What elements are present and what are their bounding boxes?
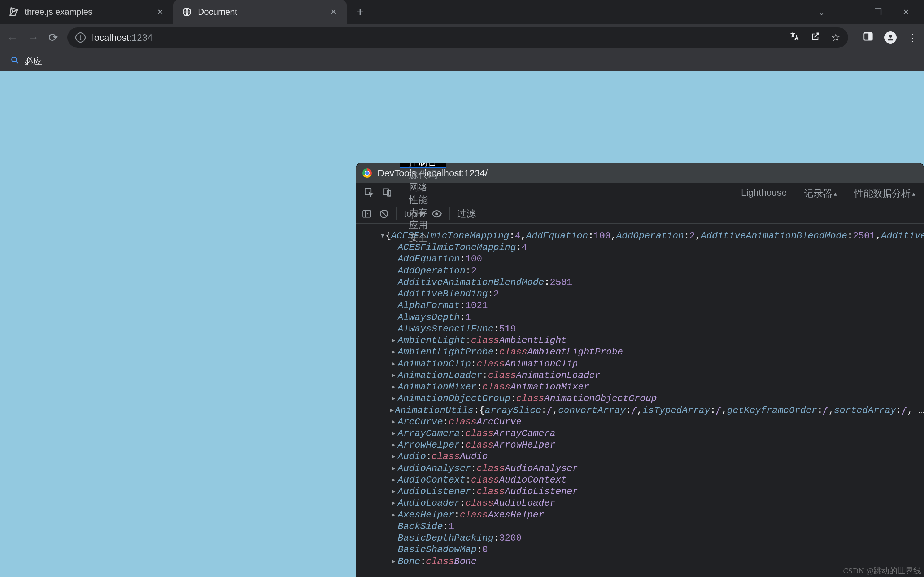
share-icon[interactable] xyxy=(810,31,821,44)
console-prop[interactable]: ▸AmbientLightProbe: class AmbientLightPr… xyxy=(361,346,919,358)
console-prop[interactable]: BasicDepthPacking: 3200 xyxy=(361,532,919,544)
close-icon[interactable]: ✕ xyxy=(902,7,909,17)
devtools-tab-7[interactable]: 安全 xyxy=(400,232,446,244)
console-prop[interactable]: ▸AnimationClip: class AnimationClip xyxy=(361,358,919,370)
back-button[interactable]: ← xyxy=(6,31,18,44)
reload-button[interactable]: ⟳ xyxy=(48,31,58,44)
console-prop[interactable]: ▸AnimationLoader: class AnimationLoader xyxy=(361,370,919,381)
console-prop[interactable]: AlwaysDepth: 1 xyxy=(361,311,919,323)
avatar[interactable] xyxy=(884,31,897,44)
clear-console-icon[interactable] xyxy=(379,209,389,219)
watermark: CSDN @跳动的世界线 xyxy=(843,566,921,576)
svg-rect-2 xyxy=(869,33,872,40)
filter-input[interactable] xyxy=(457,208,918,219)
console-prop[interactable]: AddOperation: 2 xyxy=(361,265,919,277)
devtools-tab-6[interactable]: 应用 xyxy=(400,219,446,232)
devtools-right-tab-0[interactable]: Lighthouse xyxy=(732,187,795,198)
tab-title: Document xyxy=(198,7,237,17)
console-prop[interactable]: ▸ArrayCamera: class ArrayCamera xyxy=(361,428,919,439)
inspect-icon[interactable] xyxy=(364,187,374,200)
console-prop[interactable]: ▸Bone: class Bone xyxy=(361,556,919,567)
console-prop[interactable]: ▸AudioLoader: class AudioLoader xyxy=(361,497,919,509)
tab-threejs[interactable]: three.js examples × xyxy=(0,0,173,24)
devtools-tab-4[interactable]: 性能 xyxy=(400,193,446,206)
minimize-icon[interactable]: — xyxy=(845,7,854,17)
console-prop[interactable]: ▸ArrowHelper: class ArrowHelper xyxy=(361,439,919,451)
device-toggle-icon[interactable] xyxy=(382,187,392,200)
devtools-window: DevTools - localhost:1234/ 元素控制台源代码网络性能内… xyxy=(356,163,924,577)
console-prop[interactable]: AdditiveBlending: 2 xyxy=(361,288,919,300)
console-prop[interactable]: ▸AmbientLight: class AmbientLight xyxy=(361,335,919,346)
browser-titlebar: three.js examples × Document × + ⌄ — ❐ ✕ xyxy=(0,0,924,24)
chrome-icon xyxy=(362,168,372,178)
devtools-right-tab-2[interactable]: 性能数据分析 xyxy=(846,187,924,200)
console-prop[interactable]: ▸ArcCurve: class ArcCurve xyxy=(361,416,919,428)
chevron-down-icon[interactable]: ⌄ xyxy=(818,7,825,17)
devtools-tab-1[interactable]: 控制台 xyxy=(400,163,446,168)
url-display: localhost:1234 xyxy=(92,32,153,43)
devtools-right-tab-1[interactable]: 记录器 xyxy=(795,187,846,200)
star-icon[interactable]: ☆ xyxy=(831,31,840,44)
console-prop[interactable]: ▸AxesHelper: class AxesHelper xyxy=(361,509,919,521)
devtools-tabs: 元素控制台源代码网络性能内存应用安全 Lighthouse记录器性能数据分析 xyxy=(356,183,924,204)
address-bar-row: ← → ⟳ i localhost:1234 ☆ ⋮ xyxy=(0,24,924,51)
side-panel-icon[interactable] xyxy=(863,31,874,44)
threejs-icon xyxy=(9,7,19,17)
console-prop[interactable]: ▸AudioAnalyser: class AudioAnalyser xyxy=(361,463,919,474)
console-prop[interactable]: AlwaysStencilFunc: 519 xyxy=(361,323,919,335)
maximize-icon[interactable]: ❐ xyxy=(874,7,882,17)
tab-title: three.js examples xyxy=(24,7,92,17)
console-prop[interactable]: AddEquation: 100 xyxy=(361,253,919,265)
tab-document[interactable]: Document × xyxy=(173,0,347,24)
menu-icon[interactable]: ⋮ xyxy=(908,32,918,44)
omnibox[interactable]: i localhost:1234 ☆ xyxy=(68,27,848,48)
site-info-icon[interactable]: i xyxy=(76,32,86,43)
console-prop[interactable]: ▸AnimationUtils: {arraySlice: ƒ, convert… xyxy=(361,405,919,416)
devtools-tab-2[interactable]: 源代码 xyxy=(400,168,446,181)
globe-icon xyxy=(182,7,192,17)
devtools-tab-3[interactable]: 网络 xyxy=(400,181,446,193)
console-prop[interactable]: ▸AudioListener: class AudioListener xyxy=(361,486,919,497)
svg-point-3 xyxy=(889,35,892,37)
bookmark-biying[interactable]: 必应 xyxy=(24,56,42,67)
console-prop[interactable]: AdditiveAnimationBlendMode: 2501 xyxy=(361,277,919,288)
translate-icon[interactable] xyxy=(789,31,800,44)
console-prop[interactable]: BackSide: 1 xyxy=(361,521,919,532)
devtools-tab-5[interactable]: 内存 xyxy=(400,206,446,219)
console-prop[interactable]: AlphaFormat: 1021 xyxy=(361,300,919,311)
console-prop[interactable]: ▸AnimationMixer: class AnimationMixer xyxy=(361,381,919,393)
console-prop[interactable]: ▸AnimationObjectGroup: class AnimationOb… xyxy=(361,393,919,404)
close-icon[interactable]: × xyxy=(157,6,163,18)
new-tab-button[interactable]: + xyxy=(353,4,367,19)
console-prop[interactable]: BasicShadowMap: 0 xyxy=(361,544,919,555)
console-prop[interactable]: ▸AudioContext: class AudioContext xyxy=(361,474,919,486)
bookmarks-bar: 必应 xyxy=(0,51,924,71)
sidebar-toggle-icon[interactable] xyxy=(362,209,372,219)
close-icon[interactable]: × xyxy=(331,6,336,18)
svg-point-4 xyxy=(11,57,16,62)
window-controls: ⌄ — ❐ ✕ xyxy=(818,0,924,17)
forward-button[interactable]: → xyxy=(27,31,39,44)
svg-rect-5 xyxy=(365,189,371,194)
console-output[interactable]: ▾{ACESFilmicToneMapping: 4, AddEquation:… xyxy=(356,224,924,577)
search-icon xyxy=(10,56,19,68)
console-prop[interactable]: ▸Audio: class Audio xyxy=(361,451,919,462)
